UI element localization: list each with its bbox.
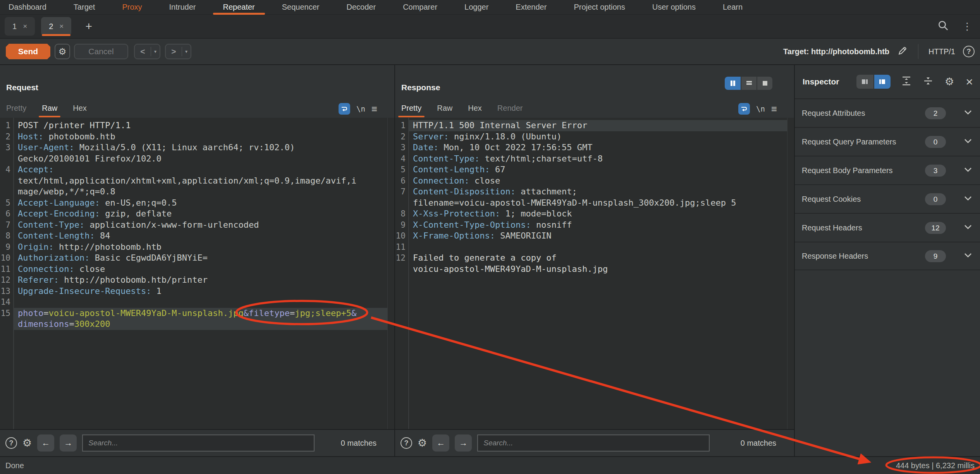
repeater-tab-1[interactable]: 1× <box>5 17 35 36</box>
line-number: 2 <box>0 131 13 143</box>
next-match-button[interactable]: → <box>455 434 472 452</box>
line-number: 2 <box>395 131 408 143</box>
newline-toggle-icon[interactable]: \n <box>756 105 765 113</box>
response-editor[interactable]: 1HTTP/1.1 500 Internal Server Error2Serv… <box>395 118 794 429</box>
inspector-dock-right-button[interactable] <box>873 75 891 89</box>
editor-menu-icon[interactable]: ≡ <box>771 103 777 115</box>
code-text: Content-Disposition: attachment; <box>408 186 787 198</box>
cancel-button[interactable]: Cancel <box>74 44 128 59</box>
search-icon[interactable] <box>937 20 949 33</box>
layout-columns-button[interactable] <box>725 77 741 90</box>
response-tab-render[interactable]: Render <box>497 104 523 114</box>
history-back-button[interactable]: < ▾ <box>134 44 160 59</box>
search-help-icon[interactable]: ? <box>401 437 412 449</box>
code-line: dimensions=300x200 <box>0 319 394 330</box>
chevron-down-icon[interactable] <box>964 167 972 174</box>
chevron-down-icon[interactable] <box>964 196 972 203</box>
menu-user-options[interactable]: User options <box>652 0 696 15</box>
word-wrap-icon[interactable] <box>339 103 350 115</box>
history-forward-button[interactable]: > ▾ <box>165 44 191 59</box>
inspector-section-request-body-parameters[interactable]: Request Body Parameters3 <box>795 156 980 184</box>
request-tab-pretty[interactable]: Pretty <box>6 104 26 114</box>
status-left-text: Done <box>5 461 24 470</box>
toolbar-divider <box>918 44 918 59</box>
section-count-badge: 0 <box>925 193 946 205</box>
gear-icon: ⚙ <box>58 46 67 57</box>
code-text: X-Frame-Options: SAMEORIGIN <box>408 230 787 242</box>
layout-single-button[interactable] <box>756 77 772 90</box>
request-tab-raw[interactable]: Raw <box>42 104 57 114</box>
layout-rows-button[interactable] <box>741 77 756 90</box>
request-settings-gear-button[interactable]: ⚙ <box>55 44 70 59</box>
edit-target-pencil-icon[interactable] <box>897 45 908 58</box>
new-tab-button[interactable]: + <box>80 20 98 33</box>
menu-extender[interactable]: Extender <box>516 0 547 15</box>
line-number: 6 <box>0 208 13 220</box>
chevron-down-icon[interactable] <box>964 252 972 259</box>
menu-repeater[interactable]: Repeater <box>223 0 255 15</box>
editor-menu-icon[interactable]: ≡ <box>371 103 377 115</box>
request-editor[interactable]: 1POST /printer HTTP/1.12Host: photobomb.… <box>0 118 394 429</box>
newline-toggle-icon[interactable]: \n <box>356 105 365 113</box>
line-number: 7 <box>0 220 13 231</box>
send-button[interactable]: Send <box>6 44 50 59</box>
menu-proxy[interactable]: Proxy <box>122 0 142 15</box>
close-icon[interactable]: × <box>59 22 64 31</box>
menu-project-options[interactable]: Project options <box>574 0 625 15</box>
menu-learn[interactable]: Learn <box>723 0 743 15</box>
code-line: 14 <box>0 297 394 308</box>
gutter-divider <box>408 118 409 429</box>
inspector-settings-gear-icon[interactable]: ⚙ <box>945 76 954 88</box>
chevron-down-icon[interactable]: ▾ <box>182 49 191 54</box>
target-url-label: Target: http://photobomb.htb <box>783 47 889 56</box>
search-settings-gear-icon[interactable]: ⚙ <box>22 437 32 449</box>
menu-logger[interactable]: Logger <box>464 0 488 15</box>
menu-target[interactable]: Target <box>74 0 95 15</box>
inspector-section-request-cookies[interactable]: Request Cookies0 <box>795 184 980 213</box>
previous-match-button[interactable]: ← <box>37 434 54 452</box>
search-help-icon[interactable]: ? <box>5 437 17 449</box>
scrollbar-track[interactable] <box>387 118 394 429</box>
response-search-input[interactable] <box>477 434 710 452</box>
inspector-close-icon[interactable]: × <box>966 76 973 88</box>
code-text: HTTP/1.1 500 Internal Server Error <box>408 120 787 131</box>
chevron-down-icon[interactable] <box>964 110 972 117</box>
code-text: Connection: close <box>13 264 387 275</box>
inspector-section-request-headers[interactable]: Request Headers12 <box>795 213 980 242</box>
repeater-tab-2[interactable]: 2× <box>41 17 71 36</box>
http-version-label[interactable]: HTTP/1 <box>928 47 955 56</box>
response-tab-hex[interactable]: Hex <box>468 104 482 114</box>
response-layout-toggle <box>725 77 772 90</box>
request-search-input[interactable] <box>82 434 315 452</box>
menu-decoder[interactable]: Decoder <box>347 0 376 15</box>
menu-comparer[interactable]: Comparer <box>403 0 437 15</box>
response-tab-pretty[interactable]: Pretty <box>401 104 421 114</box>
inspector-section-request-query-parameters[interactable]: Request Query Parameters0 <box>795 127 980 156</box>
code-text: mage/webp,*/*;q=0.8 <box>13 186 387 198</box>
chevron-down-icon[interactable] <box>964 138 972 145</box>
request-tab-hex[interactable]: Hex <box>73 104 87 114</box>
menu-sequencer[interactable]: Sequencer <box>282 0 320 15</box>
word-wrap-icon[interactable] <box>738 103 750 115</box>
inspector-section-request-attributes[interactable]: Request Attributes2 <box>795 98 980 127</box>
inspector-section-response-headers[interactable]: Response Headers9 <box>795 242 980 270</box>
response-view-tabs: PrettyRawHexRender \n ≡ <box>395 100 794 118</box>
close-icon[interactable]: × <box>23 22 27 31</box>
search-settings-gear-icon[interactable]: ⚙ <box>418 437 427 449</box>
chevron-down-icon[interactable] <box>964 224 972 231</box>
chevron-down-icon[interactable]: ▾ <box>151 49 160 54</box>
help-icon[interactable]: ? <box>963 46 975 57</box>
previous-match-button[interactable]: ← <box>432 434 449 452</box>
menu-intruder[interactable]: Intruder <box>169 0 196 15</box>
expand-all-icon[interactable] <box>901 76 911 88</box>
collapse-all-icon[interactable] <box>923 76 933 88</box>
next-match-button[interactable]: → <box>60 434 77 452</box>
inspector-dock-left-button[interactable] <box>856 75 873 89</box>
menu-dashboard[interactable]: Dashboard <box>9 0 46 15</box>
response-tab-raw[interactable]: Raw <box>437 104 452 114</box>
line-number: 6 <box>395 175 408 187</box>
code-text: Content-Type: application/x-www-form-url… <box>13 220 387 231</box>
scrollbar-track[interactable] <box>787 118 794 429</box>
request-match-count: 0 matches <box>341 439 377 448</box>
kebab-menu-icon[interactable]: ⋮ <box>962 21 972 33</box>
